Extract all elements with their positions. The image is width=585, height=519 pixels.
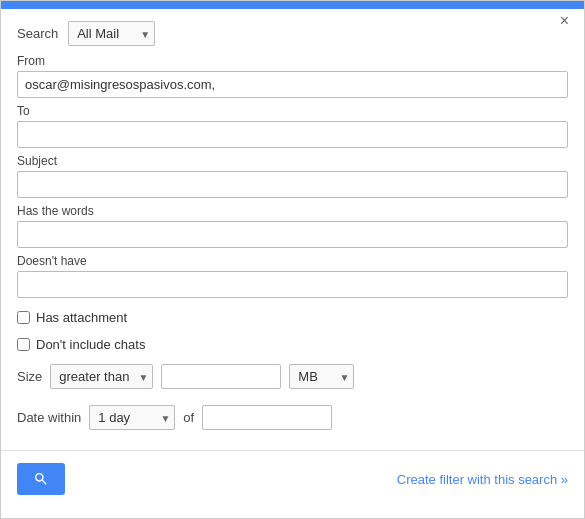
- from-field-group: From: [17, 54, 568, 98]
- to-field-group: To: [17, 104, 568, 148]
- from-input[interactable]: [17, 71, 568, 98]
- bottom-bar: Create filter with this search »: [1, 450, 584, 507]
- size-value-input[interactable]: [161, 364, 281, 389]
- to-label: To: [17, 104, 568, 118]
- form-section: From To Subject Has the words Doesn't ha…: [1, 54, 584, 298]
- size-comparison-select[interactable]: greater than less than: [50, 364, 153, 389]
- close-button[interactable]: ×: [555, 11, 574, 31]
- date-select-wrap: 1 day 3 days 1 week 2 weeks 1 month 2 mo…: [89, 405, 175, 430]
- has-attachment-label: Has attachment: [36, 310, 127, 325]
- size-label: Size: [17, 369, 42, 384]
- search-icon: [33, 471, 49, 487]
- dont-include-chats-row: Don't include chats: [1, 331, 584, 358]
- subject-label: Subject: [17, 154, 568, 168]
- to-input[interactable]: [17, 121, 568, 148]
- unit-select-wrap: MB KB Bytes ▼: [289, 364, 354, 389]
- date-within-select[interactable]: 1 day 3 days 1 week 2 weeks 1 month 2 mo…: [89, 405, 175, 430]
- doesnt-have-label: Doesn't have: [17, 254, 568, 268]
- has-words-label: Has the words: [17, 204, 568, 218]
- dont-include-chats-checkbox[interactable]: [17, 338, 30, 351]
- from-label: From: [17, 54, 568, 68]
- search-row: Search All Mail Inbox Sent Mail Drafts ▼: [1, 9, 584, 54]
- doesnt-have-field-group: Doesn't have: [17, 254, 568, 298]
- create-filter-link[interactable]: Create filter with this search »: [397, 472, 568, 487]
- search-button[interactable]: [17, 463, 65, 495]
- has-words-field-group: Has the words: [17, 204, 568, 248]
- date-of-label: of: [183, 410, 194, 425]
- date-label: Date within: [17, 410, 81, 425]
- search-dialog: × Search All Mail Inbox Sent Mail Drafts…: [0, 0, 585, 519]
- size-unit-select[interactable]: MB KB Bytes: [289, 364, 354, 389]
- size-comparison-wrap: greater than less than ▼: [50, 364, 153, 389]
- subject-input[interactable]: [17, 171, 568, 198]
- date-of-input[interactable]: [202, 405, 332, 430]
- has-attachment-row: Has attachment: [1, 304, 584, 331]
- size-row: Size greater than less than ▼ MB KB Byte…: [1, 358, 584, 395]
- search-scope-select[interactable]: All Mail Inbox Sent Mail Drafts: [68, 21, 155, 46]
- search-select-wrap: All Mail Inbox Sent Mail Drafts ▼: [68, 21, 155, 46]
- dont-include-chats-label: Don't include chats: [36, 337, 145, 352]
- date-row: Date within 1 day 3 days 1 week 2 weeks …: [1, 395, 584, 440]
- has-attachment-checkbox[interactable]: [17, 311, 30, 324]
- search-label: Search: [17, 26, 58, 41]
- has-words-input[interactable]: [17, 221, 568, 248]
- top-bar: [1, 1, 584, 9]
- doesnt-have-input[interactable]: [17, 271, 568, 298]
- subject-field-group: Subject: [17, 154, 568, 198]
